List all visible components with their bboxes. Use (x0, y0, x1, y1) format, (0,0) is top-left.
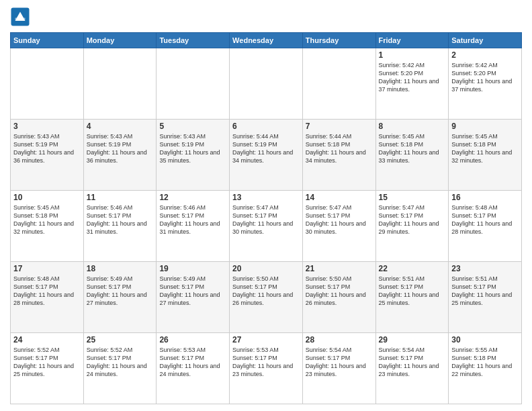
calendar-cell: 19Sunrise: 5:49 AMSunset: 5:17 PMDayligh… (157, 262, 230, 333)
day-number: 22 (379, 264, 446, 273)
calendar-cell: 13Sunrise: 5:47 AMSunset: 5:17 PMDayligh… (230, 191, 303, 262)
day-info: Sunrise: 5:49 AMSunset: 5:17 PMDaylight:… (87, 275, 154, 308)
calendar-cell: 22Sunrise: 5:51 AMSunset: 5:17 PMDayligh… (375, 262, 449, 333)
day-info: Sunrise: 5:44 AMSunset: 5:18 PMDaylight:… (306, 132, 373, 165)
day-info: Sunrise: 5:46 AMSunset: 5:17 PMDaylight:… (159, 203, 226, 236)
day-number: 3 (13, 122, 81, 131)
day-info: Sunrise: 5:45 AMSunset: 5:18 PMDaylight:… (451, 132, 519, 165)
day-info: Sunrise: 5:49 AMSunset: 5:17 PMDaylight:… (159, 275, 226, 308)
calendar-cell: 24Sunrise: 5:52 AMSunset: 5:17 PMDayligh… (11, 333, 84, 404)
calendar: SundayMondayTuesdayWednesdayThursdayFrid… (10, 32, 522, 404)
day-info: Sunrise: 5:53 AMSunset: 5:17 PMDaylight:… (159, 346, 226, 379)
day-number: 28 (306, 335, 373, 345)
day-info: Sunrise: 5:47 AMSunset: 5:17 PMDaylight:… (306, 203, 373, 236)
calendar-cell: 17Sunrise: 5:48 AMSunset: 5:17 PMDayligh… (11, 262, 84, 333)
day-number: 10 (13, 193, 81, 202)
calendar-cell: 18Sunrise: 5:49 AMSunset: 5:17 PMDayligh… (83, 262, 157, 333)
calendar-cell: 21Sunrise: 5:50 AMSunset: 5:17 PMDayligh… (302, 262, 375, 333)
day-number: 20 (232, 264, 300, 273)
calendar-cell: 16Sunrise: 5:48 AMSunset: 5:17 PMDayligh… (449, 191, 522, 262)
day-number: 2 (451, 50, 519, 60)
day-number: 26 (159, 335, 226, 345)
calendar-cell: 2Sunrise: 5:42 AMSunset: 5:20 PMDaylight… (449, 48, 522, 120)
day-number: 18 (87, 264, 154, 273)
weekday-header-thursday: Thursday (302, 33, 375, 48)
calendar-cell: 11Sunrise: 5:46 AMSunset: 5:17 PMDayligh… (83, 191, 157, 262)
weekday-header-monday: Monday (83, 33, 157, 48)
header (10, 7, 522, 27)
calendar-cell: 4Sunrise: 5:43 AMSunset: 5:19 PMDaylight… (83, 120, 157, 191)
calendar-cell: 5Sunrise: 5:43 AMSunset: 5:19 PMDaylight… (157, 120, 230, 191)
weekday-header-friday: Friday (375, 33, 449, 48)
calendar-cell: 7Sunrise: 5:44 AMSunset: 5:18 PMDaylight… (302, 120, 375, 191)
day-info: Sunrise: 5:45 AMSunset: 5:18 PMDaylight:… (13, 203, 81, 236)
day-info: Sunrise: 5:44 AMSunset: 5:19 PMDaylight:… (232, 132, 300, 165)
day-number: 25 (87, 335, 154, 345)
calendar-cell: 3Sunrise: 5:43 AMSunset: 5:19 PMDaylight… (11, 120, 84, 191)
weekday-header-saturday: Saturday (449, 33, 522, 48)
day-number: 12 (159, 193, 226, 202)
day-number: 24 (13, 335, 81, 345)
day-number: 9 (451, 122, 519, 131)
day-number: 7 (306, 122, 373, 131)
day-number: 29 (379, 335, 446, 345)
weekday-header-wednesday: Wednesday (230, 33, 303, 48)
calendar-cell: 10Sunrise: 5:45 AMSunset: 5:18 PMDayligh… (11, 191, 84, 262)
day-info: Sunrise: 5:48 AMSunset: 5:17 PMDaylight:… (451, 203, 519, 236)
day-info: Sunrise: 5:46 AMSunset: 5:17 PMDaylight:… (87, 203, 154, 236)
day-info: Sunrise: 5:43 AMSunset: 5:19 PMDaylight:… (159, 132, 226, 165)
calendar-cell: 9Sunrise: 5:45 AMSunset: 5:18 PMDaylight… (449, 120, 522, 191)
day-info: Sunrise: 5:47 AMSunset: 5:17 PMDaylight:… (232, 203, 300, 236)
day-info: Sunrise: 5:51 AMSunset: 5:17 PMDaylight:… (451, 275, 519, 308)
day-number: 16 (451, 193, 519, 202)
day-info: Sunrise: 5:52 AMSunset: 5:17 PMDaylight:… (13, 346, 81, 379)
day-info: Sunrise: 5:45 AMSunset: 5:18 PMDaylight:… (379, 132, 446, 165)
day-info: Sunrise: 5:53 AMSunset: 5:17 PMDaylight:… (232, 346, 300, 379)
calendar-cell (11, 48, 84, 120)
day-info: Sunrise: 5:51 AMSunset: 5:17 PMDaylight:… (379, 275, 446, 308)
day-number: 4 (87, 122, 154, 131)
day-number: 6 (232, 122, 300, 131)
svg-rect-2 (15, 18, 26, 20)
calendar-cell: 15Sunrise: 5:47 AMSunset: 5:17 PMDayligh… (375, 191, 449, 262)
logo-area (10, 7, 33, 27)
calendar-cell: 26Sunrise: 5:53 AMSunset: 5:17 PMDayligh… (157, 333, 230, 404)
day-number: 1 (379, 50, 446, 60)
day-info: Sunrise: 5:47 AMSunset: 5:17 PMDaylight:… (379, 203, 446, 236)
calendar-cell: 25Sunrise: 5:52 AMSunset: 5:17 PMDayligh… (83, 333, 157, 404)
calendar-cell: 1Sunrise: 5:42 AMSunset: 5:20 PMDaylight… (375, 48, 449, 120)
day-info: Sunrise: 5:54 AMSunset: 5:17 PMDaylight:… (379, 346, 446, 379)
day-info: Sunrise: 5:42 AMSunset: 5:20 PMDaylight:… (451, 61, 519, 94)
day-number: 19 (159, 264, 226, 273)
page: SundayMondayTuesdayWednesdayThursdayFrid… (0, 0, 532, 411)
calendar-cell: 30Sunrise: 5:55 AMSunset: 5:18 PMDayligh… (449, 333, 522, 404)
day-number: 8 (379, 122, 446, 131)
calendar-cell (302, 48, 375, 120)
day-info: Sunrise: 5:52 AMSunset: 5:17 PMDaylight:… (87, 346, 154, 379)
calendar-cell: 23Sunrise: 5:51 AMSunset: 5:17 PMDayligh… (449, 262, 522, 333)
calendar-cell: 6Sunrise: 5:44 AMSunset: 5:19 PMDaylight… (230, 120, 303, 191)
calendar-cell (83, 48, 157, 120)
day-info: Sunrise: 5:42 AMSunset: 5:20 PMDaylight:… (379, 61, 446, 94)
day-number: 17 (13, 264, 81, 273)
calendar-cell (157, 48, 230, 120)
calendar-cell: 29Sunrise: 5:54 AMSunset: 5:17 PMDayligh… (375, 333, 449, 404)
day-info: Sunrise: 5:55 AMSunset: 5:18 PMDaylight:… (451, 346, 519, 379)
day-number: 5 (159, 122, 226, 131)
day-number: 11 (87, 193, 154, 202)
calendar-cell: 28Sunrise: 5:54 AMSunset: 5:17 PMDayligh… (302, 333, 375, 404)
day-info: Sunrise: 5:50 AMSunset: 5:17 PMDaylight:… (306, 275, 373, 308)
day-number: 27 (232, 335, 300, 345)
calendar-cell (230, 48, 303, 120)
day-info: Sunrise: 5:48 AMSunset: 5:17 PMDaylight:… (13, 275, 81, 308)
day-number: 14 (306, 193, 373, 202)
day-info: Sunrise: 5:50 AMSunset: 5:17 PMDaylight:… (232, 275, 300, 308)
logo-icon (10, 7, 30, 27)
calendar-cell: 12Sunrise: 5:46 AMSunset: 5:17 PMDayligh… (157, 191, 230, 262)
day-number: 21 (306, 264, 373, 273)
weekday-header-sunday: Sunday (11, 33, 84, 48)
day-number: 23 (451, 264, 519, 273)
day-number: 30 (451, 335, 519, 345)
calendar-cell: 20Sunrise: 5:50 AMSunset: 5:17 PMDayligh… (230, 262, 303, 333)
weekday-header-tuesday: Tuesday (157, 33, 230, 48)
